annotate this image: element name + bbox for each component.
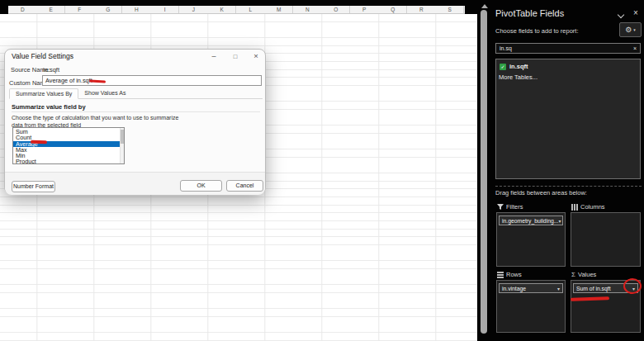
pill-label: Sum of in.sqft [576, 286, 611, 291]
ok-button[interactable]: OK [180, 180, 222, 192]
filters-drop-area: in.geometry_building... ▾ [496, 212, 566, 267]
dropdown-icon[interactable]: ▾ [557, 286, 560, 291]
divider [495, 186, 642, 187]
filters-label: Filters [506, 203, 523, 211]
column-header[interactable]: N [293, 6, 322, 14]
columns-drop-area [571, 212, 641, 267]
field-search-input[interactable]: in.sq × [495, 43, 641, 54]
column-header[interactable]: O [322, 6, 351, 14]
rows-drop-area: in.vintage ▾ [496, 280, 566, 333]
field-name[interactable]: in.sqft [509, 63, 528, 70]
column-header[interactable]: H [122, 6, 151, 14]
choose-fields-label: Choose fields to add to report: [495, 27, 578, 35]
tab-summarize-values-by[interactable]: Summarize Values By [9, 88, 78, 99]
listbox-scrollbar[interactable] [120, 128, 124, 163]
maximize-icon[interactable]: □ [230, 52, 241, 62]
pane-close-icon[interactable]: × [631, 8, 641, 17]
annotation-dash-average-option [31, 140, 47, 144]
rows-field-pill[interactable]: in.vintage ▾ [499, 283, 563, 293]
columns-area-header: Columns [571, 203, 605, 211]
sigma-icon: Σ [571, 271, 575, 278]
column-header[interactable]: P [350, 6, 379, 14]
column-header[interactable]: Q [379, 6, 408, 14]
value-field-settings-dialog: Value Field Settings – □ × Source Name: … [4, 49, 266, 194]
column-header[interactable]: J [179, 6, 208, 14]
custom-name-input[interactable]: Average of in.sqft [42, 75, 262, 86]
column-header[interactable]: I [151, 6, 180, 14]
chevron-down-icon[interactable] [618, 12, 624, 18]
scroll-up-icon[interactable] [481, 4, 488, 8]
dialog-title: Value Field Settings [12, 52, 73, 60]
column-header[interactable]: G [94, 6, 123, 14]
listbox-scrollbar-thumb[interactable] [121, 130, 124, 144]
tools-button[interactable]: ⚙ ▾ [619, 22, 642, 37]
pill-label: in.vintage [502, 286, 526, 291]
minimize-icon[interactable]: – [208, 52, 220, 62]
more-tables-link[interactable]: More Tables... [499, 73, 537, 81]
field-list: ✓ in.sqft More Tables... [495, 59, 641, 179]
rows-area-header: Rows [497, 271, 522, 278]
dialog-tabs: Summarize Values By Show Values As [9, 88, 263, 99]
columns-label: Columns [580, 203, 605, 211]
close-icon[interactable]: × [250, 51, 262, 61]
column-header[interactable]: D [8, 6, 37, 14]
option-product[interactable]: Product [13, 159, 124, 164]
vertical-scrollbar[interactable] [481, 10, 487, 334]
description-line-1: Choose the type of calculation that you … [12, 115, 178, 121]
field-row-insqft[interactable]: ✓ in.sqft [500, 63, 528, 70]
column-header[interactable]: L [236, 6, 265, 14]
search-clear-icon[interactable]: × [633, 45, 637, 51]
pane-title: PivotTable Fields [495, 8, 564, 18]
cancel-button[interactable]: Cancel [226, 180, 263, 192]
option-max[interactable]: Max [13, 147, 124, 153]
checkbox-checked-icon[interactable]: ✓ [500, 64, 506, 70]
number-format-button[interactable]: Number Format [12, 181, 55, 192]
values-area-header: Σ Values [571, 271, 596, 278]
summarize-section-title: Summarize value field by [12, 103, 86, 111]
columns-icon [571, 204, 578, 211]
tab-show-values-as[interactable]: Show Values As [78, 88, 131, 98]
annotation-circle-values-dropdown [623, 278, 642, 294]
rows-icon [497, 272, 504, 278]
divider [12, 111, 260, 112]
source-name-value: in.sqft [43, 66, 59, 73]
chevron-down-icon: ▾ [633, 27, 636, 32]
values-label: Values [578, 271, 596, 278]
gear-icon: ⚙ [625, 26, 632, 34]
column-header[interactable]: E [37, 6, 66, 14]
column-header[interactable]: R [407, 6, 436, 14]
filter-icon [497, 204, 504, 211]
filters-field-pill[interactable]: in.geometry_building... ▾ [499, 215, 563, 225]
column-header[interactable]: M [265, 6, 294, 14]
drag-fields-label: Drag fields between areas below: [495, 189, 587, 197]
excel-window: D E F G H I J K L M N O P Q R S Value Fi… [0, 0, 644, 341]
search-text: in.sq [500, 45, 512, 51]
column-header[interactable]: S [436, 6, 465, 14]
calculation-listbox[interactable]: Sum Count Average Max Min Product [12, 127, 125, 164]
column-header-row[interactable]: D E F G H I J K L M N O P Q R S [8, 6, 465, 14]
column-header[interactable]: F [65, 6, 94, 14]
rows-label: Rows [506, 271, 522, 278]
pill-label: in.geometry_building... [502, 218, 558, 224]
filters-area-header: Filters [497, 203, 523, 211]
column-header[interactable]: K [208, 6, 237, 14]
dropdown-icon[interactable]: ▾ [558, 218, 561, 224]
